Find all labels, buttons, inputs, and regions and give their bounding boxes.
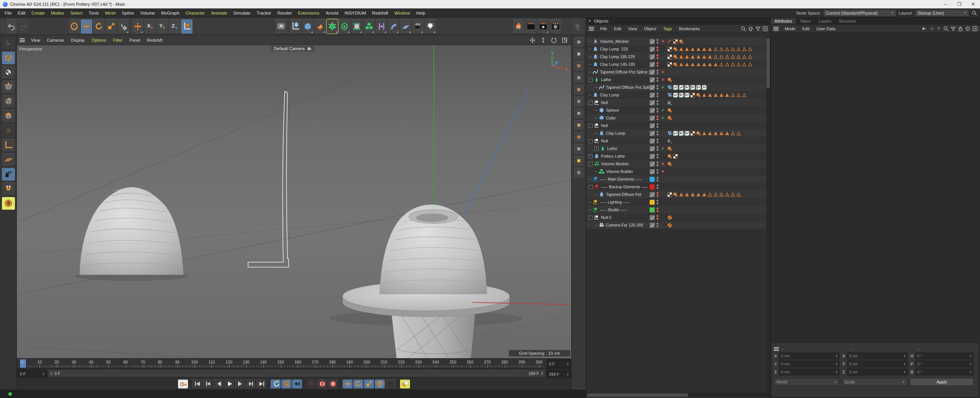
mograph-cloner[interactable] [363, 19, 375, 34]
viewport[interactable]: ViewCamerasDisplayOptionsFilterPanelReds… [17, 35, 571, 358]
visibility-dots[interactable] [657, 114, 658, 122]
goto-next-frame[interactable] [235, 379, 245, 388]
visibility-dots[interactable] [657, 83, 658, 91]
object-row[interactable]: +Lathe✓ [586, 145, 771, 152]
expand-toggle[interactable]: + [588, 154, 593, 158]
enable-axis-modification[interactable] [2, 139, 15, 152]
node-space-select[interactable]: Current (Standard/Physical)▼ [823, 9, 897, 17]
palette-icon-6[interactable] [574, 96, 584, 106]
layer-color-swatch[interactable] [650, 146, 655, 151]
tag-ban[interactable] [667, 223, 672, 228]
tag-check[interactable] [673, 154, 678, 159]
palette-icon-4[interactable] [574, 73, 584, 83]
object-row[interactable]: Clay Lump 145-185 [586, 60, 771, 68]
tag-tf[interactable] [696, 192, 701, 197]
render-view-button[interactable] [525, 19, 537, 34]
edge-mode[interactable] [2, 95, 15, 108]
tag-to[interactable] [736, 62, 741, 67]
autokeying-toggle[interactable] [400, 379, 410, 388]
tag-tf[interactable] [707, 131, 712, 136]
viewport-zoom-icon[interactable] [539, 36, 547, 44]
tag-ball[interactable] [673, 192, 678, 197]
end-frame-field[interactable]: 0 F▲▼ [547, 359, 571, 368]
layer-color-swatch[interactable] [650, 70, 655, 75]
viewport-toggle-icon[interactable] [560, 36, 569, 44]
lock-x-axis[interactable]: X [144, 19, 156, 34]
object-row[interactable]: −Lathe✕ [586, 76, 771, 83]
tag-ban[interactable] [667, 215, 672, 220]
keyframe-settings[interactable] [328, 379, 338, 388]
disabled-cross-icon[interactable]: ✕ [661, 168, 665, 175]
palette-icon-5[interactable] [574, 85, 584, 95]
tag-to[interactable] [725, 47, 730, 52]
attr-search-icon[interactable] [943, 26, 949, 31]
camera-label[interactable]: Default Camera [271, 46, 314, 51]
tag-ball[interactable] [667, 108, 672, 113]
generators[interactable] [339, 19, 350, 34]
objects-search-icon[interactable] [741, 26, 746, 31]
tag-tf[interactable] [696, 47, 701, 52]
object-row[interactable]: Tapered Diffuse Pot [586, 191, 771, 198]
layer-color-swatch[interactable] [650, 85, 655, 90]
tag-ball[interactable] [679, 39, 684, 44]
tag-to[interactable] [725, 62, 730, 67]
coord-select-world[interactable]: World▼ [774, 378, 840, 386]
object-name[interactable]: Volume Builder [606, 169, 633, 174]
viewport-pan-icon[interactable] [528, 36, 537, 44]
tag-to[interactable] [730, 47, 735, 52]
visibility-dots[interactable] [657, 45, 658, 53]
layer-color-swatch[interactable] [650, 93, 655, 98]
tag-to[interactable] [736, 192, 741, 197]
tag-sP[interactable]: P [684, 93, 689, 98]
enabled-check-icon[interactable]: ✓ [661, 145, 665, 152]
object-row[interactable]: Clay LumpIDP [586, 129, 771, 137]
object-row[interactable]: Cube✓ [586, 114, 771, 122]
layer-color-swatch[interactable] [650, 123, 655, 128]
objects-add-icon[interactable] [763, 26, 768, 31]
environment-floor[interactable] [400, 19, 412, 34]
tag-tf[interactable] [696, 54, 701, 59]
tab-layers[interactable]: Layers [815, 18, 835, 24]
attr-target-icon[interactable] [965, 26, 970, 31]
tag-to[interactable] [725, 192, 730, 197]
visibility-dots[interactable] [657, 214, 658, 221]
menu-arnold[interactable]: Arnold [323, 11, 341, 15]
polygon-mode[interactable] [2, 109, 15, 122]
visibility-dots[interactable] [657, 191, 658, 198]
lock-y-axis[interactable]: Y [157, 19, 168, 34]
model-mode[interactable] [2, 51, 15, 64]
object-name[interactable]: Null [601, 123, 608, 128]
objects-menu-object[interactable]: Object [640, 26, 660, 31]
coord-field-x[interactable]: 0 cm▲▼ [847, 352, 908, 359]
object-name[interactable]: Tapered Diffuse Pot.Spline.1 [600, 70, 651, 74]
object-row[interactable]: −Volume Mesher✕ [586, 160, 771, 168]
tag-to[interactable] [730, 131, 735, 136]
tag-tf[interactable] [684, 54, 689, 59]
attr-lock-icon[interactable] [958, 26, 963, 31]
render-to-picture-viewer[interactable] [537, 19, 549, 34]
objects-horizontal-scrollbar[interactable] [587, 393, 770, 397]
object-row[interactable]: Camera Far 120-300 [586, 221, 771, 229]
menu-tools[interactable]: Tools [85, 11, 102, 15]
object-name[interactable]: Null [601, 100, 608, 105]
search-icon[interactable] [972, 10, 977, 16]
tag-to[interactable] [742, 93, 747, 98]
coord-select-scale[interactable]: Scale▼ [842, 378, 908, 386]
timeline-ruler[interactable]: 0102030405060708090100110120130140150160… [17, 358, 571, 368]
objects-menu-bookmarks[interactable]: Bookmarks [675, 26, 703, 31]
expand-toggle[interactable]: − [588, 215, 593, 220]
object-row[interactable]: −NullR [586, 99, 771, 106]
layer-color-swatch[interactable] [650, 154, 655, 159]
coord-field-b[interactable]: 0 °▲▼ [915, 369, 973, 375]
tag-R[interactable]: R [667, 100, 672, 105]
layer-color-swatch[interactable] [650, 77, 655, 82]
layer-color-swatch[interactable] [650, 215, 655, 220]
tag-check[interactable] [690, 131, 695, 136]
tag-sP[interactable]: P [696, 85, 701, 90]
tag-tf[interactable] [707, 62, 712, 67]
viewport-menu-icon[interactable] [20, 38, 25, 42]
expand-toggle[interactable]: − [588, 78, 593, 82]
play-mode-loop[interactable] [271, 379, 281, 388]
record-active-objects[interactable] [317, 379, 327, 388]
object-row[interactable]: aVolume_Mesher✕aa [586, 38, 771, 45]
